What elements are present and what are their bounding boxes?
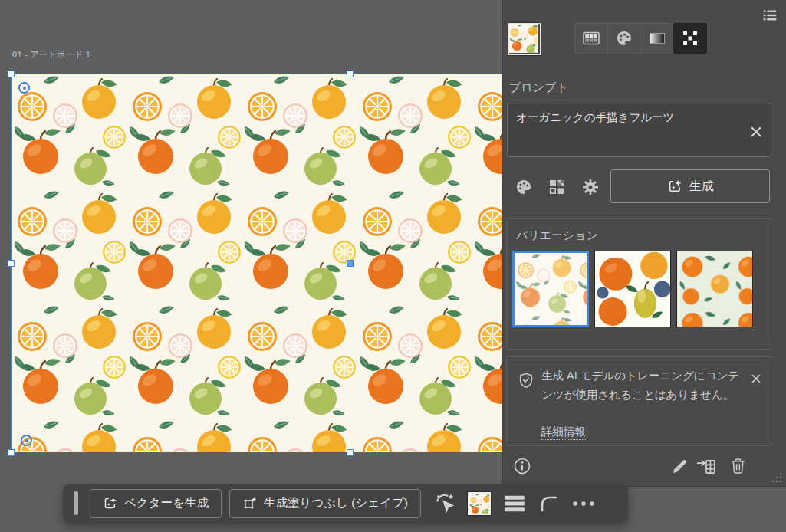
corner-arc-icon[interactable] xyxy=(540,494,558,513)
pencil-icon[interactable] xyxy=(670,458,689,476)
pattern-swatch[interactable] xyxy=(468,492,491,515)
panel-resize-grip[interactable] xyxy=(771,472,782,483)
pattern-button[interactable] xyxy=(673,23,707,54)
hamburger-icon[interactable] xyxy=(503,494,526,514)
variation-thumbnail-2[interactable] xyxy=(594,251,671,327)
drag-handle[interactable] xyxy=(74,491,78,515)
pattern-preview-thumbnail[interactable] xyxy=(508,23,541,55)
generate-vector-button[interactable]: ベクターを生成 xyxy=(90,489,222,518)
anchor-target-icon[interactable] xyxy=(18,82,30,94)
notice-text: 生成 AI モデルのトレーニングにコンテンツが使用されることはありません。 xyxy=(541,366,744,405)
fill-mode-group xyxy=(574,23,707,54)
palette-button[interactable] xyxy=(607,23,641,54)
selection-handle[interactable] xyxy=(347,71,354,77)
selection-center-handle[interactable] xyxy=(347,260,354,267)
generate-sparkle-icon xyxy=(103,496,117,511)
trash-icon[interactable] xyxy=(729,456,747,476)
info-icon[interactable] xyxy=(513,457,531,475)
selection-handle[interactable] xyxy=(8,449,15,456)
generative-fill-button[interactable]: 生成塗りつぶし (シェイプ) xyxy=(229,489,421,518)
contextual-task-bar: ベクターを生成 生成塗りつぶし (シェイプ) xyxy=(63,484,628,522)
ellipsis-icon[interactable] xyxy=(572,501,595,507)
variations-label: バリエーション xyxy=(516,228,598,243)
variation-thumbnail-1[interactable] xyxy=(512,251,589,327)
fruit-pattern-artwork xyxy=(12,74,521,452)
selection-handle[interactable] xyxy=(8,71,15,77)
panel-menu-icon[interactable] xyxy=(761,7,778,24)
generative-fill-icon xyxy=(242,496,257,511)
swatch-grid-button[interactable] xyxy=(574,23,608,54)
pattern-options-icon[interactable] xyxy=(548,178,566,196)
variation-thumbnail-3[interactable] xyxy=(676,251,753,327)
generate-button[interactable]: 生成 xyxy=(610,169,770,203)
generative-pattern-panel: プロンプト オーガニックの手描きフルーツ xyxy=(502,0,786,487)
artboard-label: 01 - アートボード 1 xyxy=(12,49,90,61)
magic-wand-cursor-icon[interactable] xyxy=(435,492,458,515)
generative-fill-label: 生成塗りつぶし (シェイプ) xyxy=(264,495,408,511)
variations-section: バリエーション xyxy=(506,218,771,350)
prompt-section-label: プロンプト xyxy=(509,80,568,95)
generate-vector-label: ベクターを生成 xyxy=(124,495,209,511)
anchor-target-icon[interactable] xyxy=(21,435,32,446)
close-icon[interactable] xyxy=(751,126,761,137)
selection-handle[interactable] xyxy=(8,260,15,267)
generate-button-label: 生成 xyxy=(689,179,714,195)
add-to-swatches-icon[interactable] xyxy=(696,457,716,477)
learn-more-link[interactable]: 詳細情報 xyxy=(541,425,586,440)
generate-sparkle-icon xyxy=(667,179,682,194)
selection-handle[interactable] xyxy=(347,449,354,456)
shield-check-icon xyxy=(518,372,534,389)
gear-icon[interactable] xyxy=(581,178,600,196)
prompt-value: オーガニックの手描きフルーツ xyxy=(516,110,745,125)
artboard-canvas[interactable] xyxy=(11,74,521,452)
color-options-icon[interactable] xyxy=(515,178,533,196)
gradient-button[interactable] xyxy=(640,23,674,54)
ai-training-notice: 生成 AI モデルのトレーニングにコンテンツが使用されることはありません。 詳細… xyxy=(506,356,771,446)
variation-row xyxy=(512,251,753,327)
prompt-input[interactable]: オーガニックの手描きフルーツ xyxy=(507,103,771,157)
close-icon[interactable] xyxy=(751,374,761,383)
